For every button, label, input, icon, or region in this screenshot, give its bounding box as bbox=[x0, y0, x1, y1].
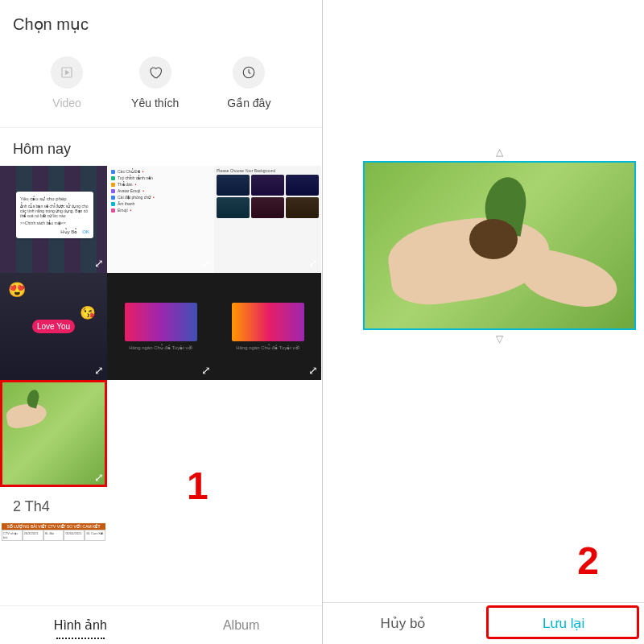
expand-icon: ⤢ bbox=[94, 257, 104, 270]
cancel-button[interactable]: Hủy bỏ bbox=[323, 603, 484, 644]
tab-images[interactable]: Hình ảnh bbox=[0, 606, 161, 644]
gallery-picker-panel: Chọn mục Video Yêu thích Gần đây Hôm nay bbox=[0, 0, 323, 644]
thumb-app-settings[interactable]: Các Chủ Đề• Tuỳ chỉnh cảnh nền Thẻ dán• … bbox=[107, 166, 214, 273]
save-highlight bbox=[486, 605, 639, 639]
category-row: Video Yêu thích Gần đây bbox=[0, 37, 322, 127]
thumbnail-grid: Yêu cầu sự cho phép Ảnh của bạn sẽ chỉ đ… bbox=[0, 166, 322, 487]
expand-icon: ⤢ bbox=[94, 471, 104, 484]
expand-icon: ⤢ bbox=[94, 364, 104, 377]
step-marker-2: 2 bbox=[577, 539, 599, 583]
heart-icon bbox=[139, 56, 171, 89]
expand-icon: ⤢ bbox=[308, 257, 318, 270]
clock-icon bbox=[233, 56, 265, 89]
step-marker-1: 1 bbox=[187, 464, 208, 508]
expand-icon: ⤢ bbox=[308, 364, 318, 377]
play-icon bbox=[51, 56, 83, 89]
expand-icon: ⤢ bbox=[201, 257, 211, 270]
bottom-tabbar: Hình ảnh Album bbox=[0, 605, 322, 644]
crop-handle-bottom[interactable]: ▽ bbox=[496, 333, 503, 345]
category-video[interactable]: Video bbox=[51, 56, 83, 109]
thumb-keyboard-theme-1[interactable]: Hàng ngàn Chủ đề Tuyệt vời ⤢ bbox=[107, 273, 214, 380]
thumb-love-you[interactable]: Love You 😍 😘 ⤢ bbox=[0, 273, 107, 380]
crop-frame[interactable]: △ ▽ bbox=[363, 161, 637, 330]
thumb-plant-selected[interactable]: ⤢ bbox=[0, 380, 107, 487]
crop-handle-top[interactable]: △ bbox=[496, 147, 503, 158]
thumb-screenshot-dialog[interactable]: Yêu cầu sự cho phép Ảnh của bạn sẽ chỉ đ… bbox=[0, 166, 107, 273]
category-favorite[interactable]: Yêu thích bbox=[131, 56, 179, 109]
section-today: Hôm nay bbox=[0, 128, 322, 166]
category-recent[interactable]: Gần đây bbox=[227, 56, 270, 109]
section-date: 2 Th4 bbox=[0, 487, 322, 522]
expand-icon: ⤢ bbox=[201, 364, 211, 377]
thumb-keyboard-backgrounds[interactable]: Please Choose Your Background ⤢ bbox=[214, 166, 321, 273]
thumb-keyboard-theme-2[interactable]: Hàng ngàn Chủ đề Tuyệt vời ⤢ bbox=[214, 273, 321, 380]
permission-modal: Yêu cầu sự cho phép Ảnh của bạn sẽ chỉ đ… bbox=[16, 192, 93, 238]
thumb-spreadsheet[interactable]: SỐ LƯỢNG BÀI VIẾT CTV VIẾT SO VỚI CAM KẾ… bbox=[0, 522, 107, 552]
crop-panel: △ ▽ 2 Hủy bỏ Lưu lại bbox=[323, 0, 645, 644]
tab-album[interactable]: Album bbox=[161, 606, 322, 644]
page-title: Chọn mục bbox=[0, 0, 322, 37]
